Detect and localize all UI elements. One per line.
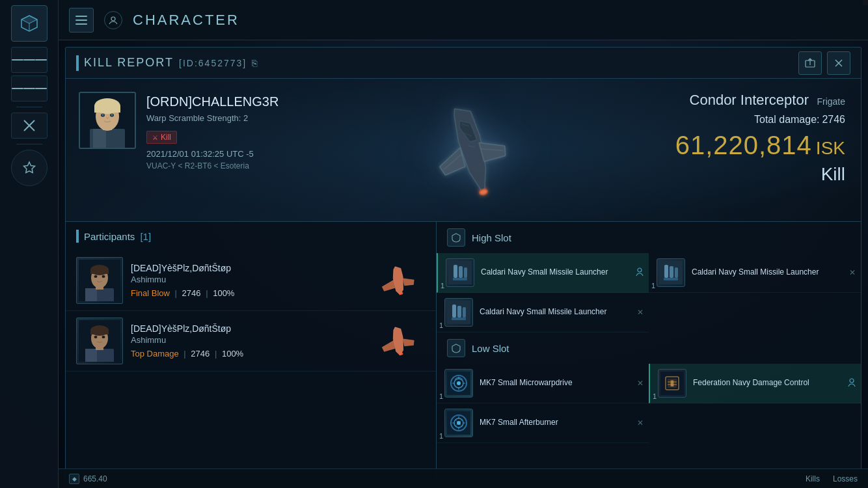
- participants-panel: Participants [1]: [66, 222, 437, 481]
- svg-rect-42: [90, 329, 109, 334]
- svg-rect-12: [93, 129, 106, 148]
- close-icon-mwd[interactable]: ✕: [637, 379, 644, 388]
- star-icon: [21, 160, 37, 176]
- isk-unit: ISK: [816, 138, 845, 159]
- bottom-nav-kills[interactable]: Kills: [806, 474, 820, 483]
- participant-corp: Ashimmu: [131, 275, 366, 284]
- close-button[interactable]: [827, 51, 850, 75]
- module-name: Caldari Navy Small Missile Launcher: [480, 307, 606, 318]
- close-icon-ab[interactable]: ✕: [637, 418, 644, 427]
- cube-icon: [19, 13, 40, 34]
- total-damage-label: Total damage:: [754, 114, 820, 125]
- afterburner-icon: [447, 411, 470, 435]
- kill-report-panel: KILL REPORT [ID:6452773] ⎘: [65, 47, 861, 481]
- participant-name-2: [DEAD]YèšPlz,DøñtŠtøp: [131, 323, 366, 334]
- menu-line: [12, 88, 23, 89]
- hamburger-line: [75, 23, 87, 25]
- ship-type: Frigate: [817, 96, 845, 107]
- victim-details: [ORDN]CHALLENG3R Warp Scramble Strength:…: [146, 92, 278, 170]
- module-item[interactable]: 1 Caldari Navy Small Missile Launcher: [437, 293, 649, 332]
- svg-point-72: [850, 379, 854, 383]
- module-qty: 1: [441, 282, 444, 290]
- module-item[interactable]: 1 Caldari Navy Small Missile Launcher: [437, 253, 649, 293]
- module-name-mwd: MK7 Small Microwarpdrive: [480, 378, 573, 388]
- high-slot-title: High Slot: [472, 232, 511, 243]
- ship-svg: [385, 92, 567, 209]
- total-damage-row: Total damage: 2746: [675, 114, 845, 126]
- participant-name: [DEAD]YèšPlz,DøñtŠtøp: [131, 263, 366, 273]
- module-item-ab[interactable]: 1 MK7 Small Afterburner: [437, 403, 649, 443]
- sidebar-divider: [16, 107, 42, 107]
- svg-point-51: [638, 268, 642, 272]
- bottom-bar: ◆ 665.40 Kills Losses: [59, 468, 868, 488]
- low-slot-icon: [447, 339, 465, 357]
- module-item[interactable]: 1 Caldari Navy Small Missile Launcher: [649, 253, 861, 293]
- svg-point-43: [94, 336, 98, 338]
- share-button[interactable]: [798, 51, 822, 75]
- header-title: CHARACTER: [133, 12, 239, 29]
- low-slot-modules: 1 MK7 Small Microwarpdrive: [437, 364, 861, 443]
- participants-count: [1]: [140, 231, 151, 242]
- sidebar-combat-btn[interactable]: [11, 113, 47, 139]
- svg-point-44: [102, 336, 105, 338]
- module-item-mwd[interactable]: 1 MK7 Small Microwarpdrive: [437, 364, 649, 403]
- participant-ship-svg-2: [375, 323, 424, 359]
- kill-type-label: Kill: [675, 164, 845, 185]
- bottom-value-item: ◆ 665.40: [69, 474, 107, 484]
- stat-sep-4: |: [215, 349, 217, 359]
- header-menu-btn[interactable]: [69, 8, 94, 33]
- victim-warp-scramble: Warp Scramble Strength: 2: [146, 113, 278, 123]
- sidebar-menu-btn[interactable]: [11, 47, 47, 73]
- mwd-icon: [447, 372, 470, 395]
- kill-timestamp: 2021/12/01 01:32:25 UTC -5: [146, 149, 278, 159]
- missile-launcher-icon-2: [659, 261, 683, 284]
- close-icon-small-2[interactable]: ✕: [637, 308, 644, 317]
- module-qty: 1: [651, 282, 655, 290]
- stat-sep-2: |: [206, 288, 208, 298]
- bottom-value: 665.40: [83, 474, 107, 483]
- participant-row[interactable]: [DEAD]YèšPlz,DøñtŠtøp Ashimmu Top Damage…: [66, 311, 436, 372]
- module-icon: [657, 258, 685, 287]
- clipboard-icon[interactable]: ⎘: [252, 58, 258, 68]
- stat-damage-2: 2746: [191, 349, 210, 359]
- sidebar-star-btn[interactable]: [11, 150, 47, 186]
- module-qty: 1: [439, 321, 443, 329]
- pilot-icon: [636, 267, 644, 278]
- menu-line: [35, 88, 47, 89]
- svg-rect-16: [94, 106, 120, 113]
- sidebar-menu-btn-2[interactable]: [11, 75, 47, 102]
- menu-line: [23, 88, 35, 89]
- participant-row[interactable]: [DEAD]YèšPlz,DøñtŠtøp Ashimmu Final Blow…: [66, 251, 436, 311]
- svg-marker-1: [21, 16, 37, 23]
- module-icon: [658, 369, 686, 398]
- svg-rect-40: [96, 345, 103, 350]
- kill-report-title: KILL REPORT: [84, 56, 174, 70]
- participant-stats: Final Blow | 2746 | 100%: [131, 288, 366, 298]
- svg-rect-59: [457, 306, 461, 318]
- stat-sep-3: |: [183, 349, 185, 359]
- bottom-nav-losses[interactable]: Losses: [833, 474, 858, 483]
- menu-line: [12, 59, 23, 61]
- svg-rect-60: [463, 307, 466, 318]
- participant-ship-svg: [375, 263, 424, 299]
- stat-pct: 100%: [213, 288, 234, 298]
- sidebar-logo[interactable]: [11, 5, 47, 42]
- module-item-dc[interactable]: 1: [649, 364, 861, 403]
- svg-rect-53: [664, 265, 668, 278]
- person-icon: [109, 16, 118, 25]
- module-icon: [444, 369, 473, 398]
- module-name-ab: MK7 Small Afterburner: [480, 418, 558, 428]
- damage-control-icon: [660, 372, 684, 395]
- shield-icon-2: [451, 343, 461, 353]
- svg-rect-49: [464, 267, 467, 278]
- hamburger-line: [75, 16, 87, 17]
- person-icon-small: [636, 267, 644, 277]
- module-name-dc: Federation Navy Damage Control: [693, 378, 809, 388]
- module-icon: [446, 258, 474, 287]
- kill-info-bar: [ORDN]CHALLENG3R Warp Scramble Strength:…: [66, 79, 861, 222]
- isk-value: 61,220,814: [675, 132, 812, 158]
- participant-portrait: [76, 318, 123, 364]
- close-icon-small[interactable]: ✕: [849, 268, 856, 277]
- participant-portrait-svg: [79, 260, 120, 301]
- kill-report-title-area: KILL REPORT [ID:6452773] ⎘: [76, 55, 258, 71]
